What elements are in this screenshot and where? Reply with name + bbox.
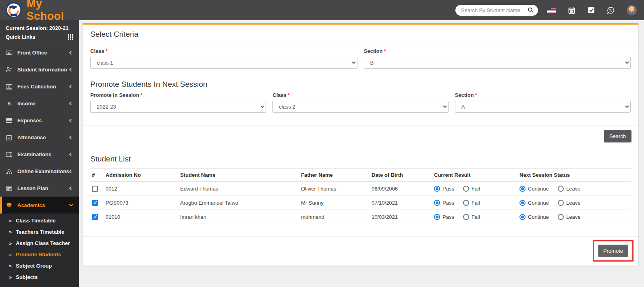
- current-result-radio-pass[interactable]: Pass: [434, 186, 454, 192]
- submenu-item-promote-students[interactable]: »Promote Students: [0, 249, 79, 260]
- language-flag-icon[interactable]: [547, 8, 556, 13]
- grid-icon[interactable]: [68, 34, 73, 40]
- radio-icon[interactable]: [463, 214, 469, 220]
- next-session-status-radio-continue[interactable]: Continue: [519, 186, 549, 192]
- student-name: Imran khan: [179, 210, 299, 224]
- sidebar-item-examinations[interactable]: Examinations: [0, 146, 79, 163]
- sidebar-item-front-office[interactable]: Front Office: [0, 44, 79, 61]
- whatsapp-icon[interactable]: [607, 6, 615, 14]
- radio-icon[interactable]: [463, 200, 469, 206]
- sidebar-item-lesson-plan[interactable]: Lesson Plan: [0, 180, 79, 197]
- row-select-checkbox[interactable]: [92, 200, 98, 206]
- current-result-radio-fail[interactable]: Fail: [463, 214, 480, 220]
- radio-icon[interactable]: [558, 200, 564, 206]
- student-search[interactable]: [455, 5, 538, 16]
- column-header: Admission No: [104, 169, 179, 182]
- next-session-status-radio-leave[interactable]: Leave: [558, 214, 580, 220]
- next-session-status-radio-continue[interactable]: Continue: [519, 200, 549, 206]
- current-result-radio-pass[interactable]: Pass: [434, 214, 454, 220]
- submenu-item-subject-group[interactable]: »Subject Group: [0, 260, 79, 271]
- required-asterisk: *: [288, 92, 290, 98]
- student-table: #Admission NoStudent NameFather NameDate…: [90, 168, 631, 224]
- sidebar-item-attendance[interactable]: Attendance: [0, 129, 79, 146]
- radio-label: Fail: [472, 214, 480, 220]
- chevron-left-icon: [69, 152, 73, 156]
- date-of-birth: 10/03/2021: [370, 210, 432, 224]
- tasks-icon[interactable]: [588, 6, 595, 14]
- radio-icon[interactable]: [434, 200, 440, 206]
- next-session-status-radio-continue[interactable]: Continue: [519, 214, 549, 220]
- radio-icon[interactable]: [519, 200, 526, 206]
- section-field: Section* B: [364, 48, 631, 69]
- sidebar-item-online-examinations[interactable]: Online Examinations: [0, 163, 79, 180]
- content: Select Criteria Class* class 1 Section* …: [79, 20, 644, 287]
- sidebar-item-student-information[interactable]: Student Information: [0, 61, 79, 78]
- class-select[interactable]: class 1: [90, 57, 357, 69]
- student-row: 0012Edward ThomasOlivier Thomas06/09/200…: [90, 182, 631, 196]
- current-result-radio-fail[interactable]: Fail: [463, 186, 480, 192]
- sidebar-item-label: Fees Collection: [17, 84, 70, 90]
- required-asterisk: *: [106, 48, 108, 54]
- sidebar-item-label: Online Examinations: [17, 168, 70, 174]
- promote-class-field: Class* class 2: [272, 92, 448, 113]
- radio-icon[interactable]: [463, 186, 469, 192]
- section-select[interactable]: B: [364, 57, 631, 69]
- admission-no: PGS0073: [104, 196, 179, 210]
- rss-icon: [6, 168, 12, 175]
- promote-button[interactable]: Promote: [598, 245, 628, 257]
- sidebar-item-label: Student Information: [17, 67, 70, 73]
- column-header: Student Name: [179, 169, 299, 182]
- current-result-radio-fail[interactable]: Fail: [463, 200, 480, 206]
- promote-class-label: Class*: [272, 92, 448, 98]
- row-select-checkbox[interactable]: [92, 214, 98, 220]
- class-field: Class* class 1: [90, 48, 357, 69]
- submenu-item-assign-class-teacher[interactable]: »Assign Class Teacher: [0, 237, 79, 249]
- radio-icon[interactable]: [434, 186, 440, 192]
- radio-label: Leave: [566, 186, 580, 192]
- radio-icon[interactable]: [558, 214, 564, 220]
- double-chevron-icon: »: [9, 229, 12, 235]
- father-name: mohmand: [299, 210, 370, 224]
- radio-icon[interactable]: [434, 214, 440, 220]
- submenu-item-label: Class Timetable: [16, 218, 56, 224]
- brand-area[interactable]: My School: [0, 0, 79, 20]
- promote-session-select[interactable]: 2022-23: [90, 101, 266, 113]
- calendar-icon[interactable]: [568, 6, 575, 14]
- sidebar-item-income[interactable]: $Income: [0, 95, 79, 112]
- admission-no: 01010: [104, 210, 179, 224]
- submenu-item-subjects[interactable]: »Subjects: [0, 271, 79, 283]
- promote-class-select[interactable]: class 2: [272, 101, 448, 113]
- student-row: 01010Imran khanmohmand10/03/2021PassFail…: [90, 210, 631, 224]
- radio-icon[interactable]: [519, 186, 526, 192]
- user-avatar[interactable]: [627, 5, 637, 15]
- next-session-status-radio-leave[interactable]: Leave: [558, 200, 580, 206]
- radio-icon[interactable]: [519, 214, 526, 220]
- radio-icon[interactable]: [558, 186, 564, 192]
- promote-session-field: Promote In Session* 2022-23: [90, 92, 266, 113]
- row-select-checkbox[interactable]: [92, 186, 98, 192]
- double-chevron-icon: »: [9, 251, 12, 258]
- radio-label: Leave: [566, 214, 580, 220]
- next-session-status-radio-leave[interactable]: Leave: [558, 186, 580, 192]
- father-name: Olivier Thomas: [299, 182, 370, 196]
- submenu-item-class-timetable[interactable]: »Class Timetable: [0, 215, 79, 226]
- sidebar-item-expenses[interactable]: Expenses: [0, 112, 79, 129]
- credit-card-icon: [6, 117, 12, 124]
- promote-section-select[interactable]: A: [455, 101, 631, 113]
- radio-label: Leave: [566, 200, 580, 206]
- sidebar-item-academics[interactable]: Academics: [0, 197, 79, 214]
- search-icon[interactable]: [528, 7, 534, 13]
- radio-label: Fail: [472, 200, 480, 206]
- sidebar-item-label: Academics: [17, 202, 70, 208]
- submenu-item-teachers-timetable[interactable]: »Teachers Timetable: [0, 226, 79, 237]
- calendar-check-icon: [6, 134, 12, 141]
- current-result-radio-pass[interactable]: Pass: [434, 200, 454, 206]
- chevron-left-icon: [69, 169, 73, 173]
- sidebar-item-fees-collection[interactable]: Fees Collection: [0, 78, 79, 95]
- current-session-label: Current Session: 2020-21: [6, 24, 73, 32]
- search-button[interactable]: Search: [604, 130, 632, 142]
- submenu-item-label: Subjects: [16, 274, 37, 280]
- radio-label: Continue: [528, 214, 549, 220]
- search-input[interactable]: [461, 7, 528, 13]
- required-asterisk: *: [475, 92, 477, 98]
